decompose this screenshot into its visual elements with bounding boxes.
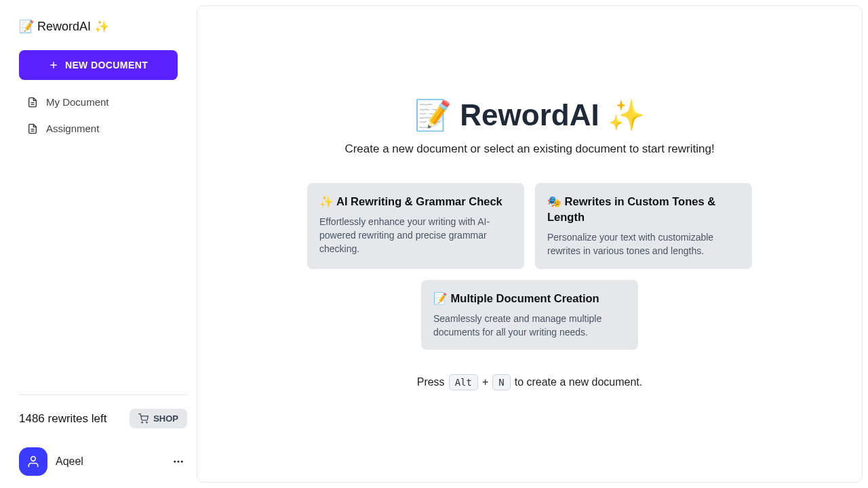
- feature-cards: ✨ AI Rewriting & Grammar Check Effortles…: [302, 183, 757, 350]
- card-desc: Effortlessly enhance your writing with A…: [319, 215, 512, 256]
- sidebar-divider: [19, 394, 187, 395]
- card-title: 📝 Multiple Document Creation: [433, 291, 626, 306]
- svg-point-8: [31, 457, 36, 462]
- cart-icon: [138, 413, 149, 424]
- feature-card: 🎭 Rewrites in Custom Tones & Length Pers…: [535, 183, 752, 269]
- card-desc: Personalize your text with customizable …: [547, 230, 740, 258]
- svg-point-9: [174, 461, 176, 463]
- svg-point-11: [181, 461, 183, 463]
- kbd-key-alt: Alt: [449, 374, 478, 390]
- svg-point-10: [178, 461, 180, 463]
- avatar[interactable]: [19, 447, 47, 476]
- feature-card: 📝 Multiple Document Creation Seamlessly …: [421, 280, 638, 350]
- user-name: Aqeel: [56, 455, 161, 468]
- card-title: 🎭 Rewrites in Custom Tones & Length: [547, 194, 740, 225]
- svg-point-6: [142, 422, 142, 423]
- sidebar: 📝 RewordAI ✨ NEW DOCUMENT My Document: [0, 0, 197, 488]
- document-list: My Document Assignment: [19, 89, 187, 141]
- card-desc: Seamlessly create and manage multiple do…: [433, 312, 626, 340]
- doc-label: My Document: [46, 96, 109, 108]
- document-icon: [27, 123, 38, 134]
- brand-title: 📝 RewordAI ✨: [19, 19, 187, 34]
- more-menu-button[interactable]: [170, 453, 187, 470]
- kbd-before-text: Press: [417, 376, 445, 388]
- page-subtitle: Create a new document or select an exist…: [344, 142, 714, 156]
- new-document-label: NEW DOCUMENT: [65, 60, 148, 70]
- shop-button[interactable]: SHOP: [130, 409, 187, 428]
- svg-point-7: [146, 422, 147, 423]
- shop-label: SHOP: [153, 413, 178, 424]
- feature-card: ✨ AI Rewriting & Grammar Check Effortles…: [307, 183, 524, 269]
- kbd-after-text: to create a new document.: [515, 376, 643, 388]
- kbd-plus-text: +: [482, 376, 488, 388]
- plus-icon: [49, 60, 58, 70]
- kbd-key-n: N: [492, 374, 510, 390]
- page-title: 📝 RewordAI ✨: [414, 98, 645, 133]
- main-content: 📝 RewordAI ✨ Create a new document or se…: [197, 5, 863, 483]
- card-title: ✨ AI Rewriting & Grammar Check: [319, 194, 512, 209]
- doc-label: Assignment: [46, 123, 99, 134]
- user-row: Aqeel: [19, 447, 187, 476]
- sidebar-item-my-document[interactable]: My Document: [19, 89, 187, 115]
- rewrites-row: 1486 rewrites left SHOP: [19, 409, 187, 428]
- keyboard-hint: Press Alt + N to create a new document.: [417, 374, 643, 390]
- document-icon: [27, 97, 38, 108]
- new-document-button[interactable]: NEW DOCUMENT: [19, 50, 178, 80]
- rewrites-left-text: 1486 rewrites left: [19, 412, 106, 426]
- sidebar-item-assignment[interactable]: Assignment: [19, 116, 187, 141]
